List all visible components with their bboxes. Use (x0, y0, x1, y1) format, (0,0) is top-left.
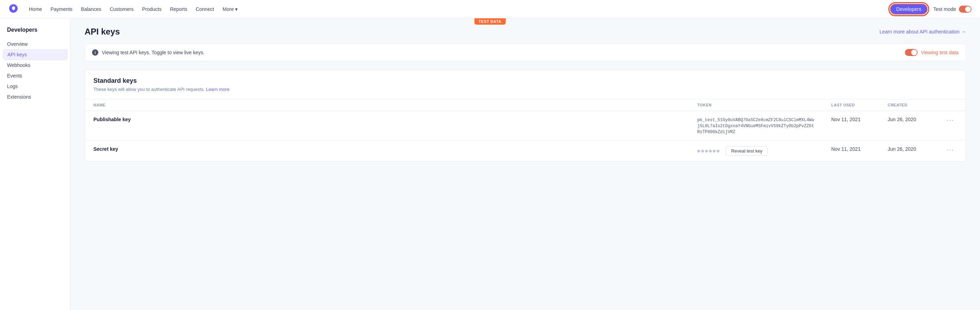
keys-table: NAME TOKEN LAST USED CREATED Publishable… (85, 99, 966, 161)
nav-right: Developers Test mode (890, 4, 972, 14)
sidebar-item-events[interactable]: Events (0, 70, 70, 81)
standard-keys-learn-more-link[interactable]: Learn more (206, 87, 229, 92)
table-body: Publishable key pk_test_51Gy0uVABQ70aSC2… (85, 111, 966, 162)
secret-key-token: Reveal test key (689, 141, 823, 162)
info-message: Viewing test API keys. Toggle to view li… (102, 50, 204, 55)
col-header-token: TOKEN (689, 99, 823, 111)
publishable-key-last-used: Nov 11, 2021 (823, 111, 879, 141)
dot (717, 150, 719, 153)
publishable-key-token: pk_test_51Gy0uVABQ70aSC2e8cmZF2C8ulCSClm… (689, 111, 823, 141)
nav-item-more[interactable]: More ▾ (219, 4, 241, 14)
secret-key-more-button[interactable]: ··· (944, 145, 957, 155)
publishable-key-name: Publishable key (85, 111, 689, 141)
table-row: Secret key (85, 141, 966, 162)
dot (713, 150, 716, 153)
table-header: NAME TOKEN LAST USED CREATED (85, 99, 966, 111)
reveal-test-key-button[interactable]: Reveal test key (726, 146, 768, 156)
nav-item-customers[interactable]: Customers (106, 4, 137, 14)
dot (705, 150, 708, 153)
section-subtitle: These keys will allow you to authenticat… (94, 87, 957, 92)
publishable-key-actions: ··· (935, 111, 966, 141)
test-mode-control: Test mode (933, 6, 972, 13)
table-row: Publishable key pk_test_51Gy0uVABQ70aSC2… (85, 111, 966, 141)
secret-dots (697, 150, 719, 153)
col-header-created: CREATED (879, 99, 935, 111)
test-mode-toggle[interactable] (959, 6, 972, 13)
nav-items: Home Payments Balances Customers Product… (25, 4, 890, 14)
info-bar: i Viewing test API keys. Toggle to view … (84, 44, 966, 61)
dot (701, 150, 704, 153)
nav-item-home[interactable]: Home (25, 4, 46, 14)
viewing-test-data-label: Viewing test data (921, 50, 958, 55)
main-content: API keys Learn more about API authentica… (70, 18, 980, 310)
publishable-key-more-button[interactable]: ··· (944, 115, 957, 125)
publishable-key-created: Jun 26, 2020 (879, 111, 935, 141)
secret-key-last-used: Nov 11, 2021 (823, 141, 879, 162)
info-icon: i (92, 49, 99, 56)
page-header: API keys Learn more about API authentica… (84, 27, 966, 37)
secret-key-actions: ··· (935, 141, 966, 162)
sidebar-title: Developers (0, 27, 70, 39)
layout: Developers Overview API keys Webhooks Ev… (0, 18, 980, 310)
dot (697, 150, 700, 153)
sidebar-item-logs[interactable]: Logs (0, 81, 70, 92)
sidebar-item-webhooks[interactable]: Webhooks (0, 60, 70, 70)
sidebar: Developers Overview API keys Webhooks Ev… (0, 18, 70, 310)
nav-item-balances[interactable]: Balances (78, 4, 105, 14)
section-header: Standard keys These keys will allow you … (85, 70, 966, 99)
nav-item-products[interactable]: Products (138, 4, 165, 14)
section-title: Standard keys (94, 77, 957, 84)
sidebar-item-overview[interactable]: Overview (0, 39, 70, 49)
sidebar-item-api-keys[interactable]: API keys (3, 49, 67, 60)
nav-item-connect[interactable]: Connect (192, 4, 218, 14)
learn-more-api-link[interactable]: Learn more about API authentication → (880, 29, 966, 35)
chevron-down-icon: ▾ (235, 6, 238, 12)
col-header-actions (935, 99, 966, 111)
secret-key-created: Jun 26, 2020 (879, 141, 935, 162)
viewing-test-data-toggle[interactable] (905, 49, 918, 56)
dot (709, 150, 712, 153)
page-title: API keys (84, 27, 120, 37)
info-bar-left: i Viewing test API keys. Toggle to view … (92, 49, 204, 56)
nav-item-reports[interactable]: Reports (166, 4, 191, 14)
logo (8, 3, 25, 14)
secret-key-name: Secret key (85, 141, 689, 162)
col-header-last-used: LAST USED (823, 99, 879, 111)
top-nav: Home Payments Balances Customers Product… (0, 0, 980, 18)
col-header-name: NAME (85, 99, 689, 111)
standard-keys-section: Standard keys These keys will allow you … (84, 70, 966, 162)
sidebar-item-extensions[interactable]: Extensions (0, 92, 70, 102)
nav-item-payments[interactable]: Payments (47, 4, 76, 14)
info-bar-right: Viewing test data (905, 49, 958, 56)
test-data-banner: TEST DATA (474, 18, 506, 25)
test-mode-label: Test mode (933, 6, 956, 12)
developers-button[interactable]: Developers (890, 4, 928, 14)
